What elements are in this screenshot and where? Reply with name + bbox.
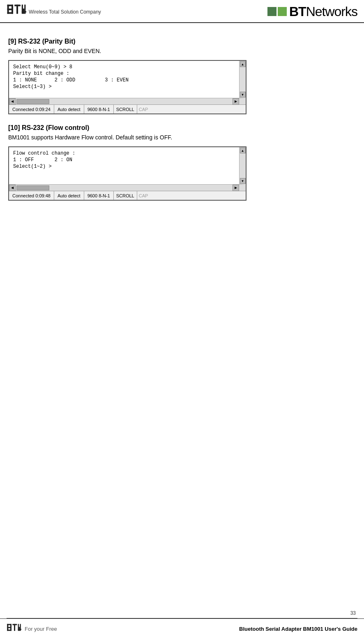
terminal1-line2: Parity bit change : — [13, 71, 231, 76]
vscroll-down-btn[interactable]: ▼ — [240, 92, 246, 97]
svg-rect-19 — [10, 624, 12, 627]
footer-tagline: For your Free — [25, 626, 57, 632]
hscroll2-thumb[interactable] — [16, 185, 49, 190]
section2-description: BM1001 supports Hardware Flow control. D… — [8, 134, 352, 141]
status1-cap: CAP — [137, 105, 150, 113]
btnetworks-logo: BTNetworks — [267, 4, 357, 19]
hscroll2-right-btn[interactable]: ▶ — [233, 185, 239, 191]
status1-baud: 9600 8-N-1 — [84, 105, 114, 113]
footer-title: Bluetooth Serial Adapter BM1001 User's G… — [239, 626, 357, 632]
svg-rect-13 — [267, 7, 276, 16]
hscroll-left-btn[interactable]: ◀ — [9, 98, 16, 105]
status2-cap: CAP — [137, 191, 150, 200]
section-flow-control: [10] RS-232 (Flow control) BM1001 suppor… — [8, 124, 352, 201]
svg-rect-7 — [16, 5, 18, 14]
status2-scroll: SCROLL — [114, 191, 137, 200]
terminal1-content: Select Menu(0~9) > 8 Parity bit change :… — [9, 61, 239, 98]
terminal1-statusbar: Connected 0:09:24 Auto detect 9600 8-N-1… — [9, 104, 246, 113]
terminal1-line4: Select(1~3) > — [13, 84, 231, 90]
page-header: ™ Wireless Total Solution Company BTNetw… — [0, 0, 364, 23]
svg-rect-22 — [14, 624, 15, 631]
section1-heading: [9] RS-232 (Parity Bit) — [8, 38, 352, 45]
section2-heading: [10] RS-232 (Flow control) — [8, 124, 352, 132]
terminal1-line1: Select Menu(0~9) > 8 — [13, 64, 231, 70]
terminal1-vscrollbar[interactable]: ▲ ▼ — [239, 61, 246, 98]
svg-text:™: ™ — [19, 5, 21, 7]
page-footer: ™ For your Free Bluetooth Serial Adapter… — [0, 618, 364, 639]
bt-square-green2 — [278, 7, 287, 16]
terminal2-hscrollbar[interactable]: ◀ ▶ — [9, 184, 246, 191]
terminal2-content: Flow control change : 1 : OFF 2 : ON Sel… — [9, 147, 239, 184]
status2-detect: Auto detect — [54, 191, 84, 200]
status1-detect: Auto detect — [54, 105, 84, 113]
footer-left: ™ For your Free — [7, 623, 57, 635]
bt-squares-icon — [267, 7, 287, 16]
svg-rect-11 — [23, 9, 24, 14]
section1-description: Parity Bit is NONE, ODD and EVEN. — [8, 48, 352, 54]
status1-connected: Connected 0:09:24 — [9, 105, 54, 113]
vscroll-up-btn[interactable]: ▲ — [240, 61, 246, 67]
terminal2-blank — [13, 170, 231, 176]
page-number: 33 — [350, 610, 356, 616]
hscroll-thumb[interactable] — [16, 99, 49, 104]
hscroll2-track — [16, 185, 233, 191]
header-subtitle-block: Wireless Total Solution Company — [29, 8, 101, 15]
terminal2-line3: Select(1~2) > — [13, 164, 231, 169]
company-name: Wireless Total Solution Company — [29, 9, 101, 15]
terminal-parity: Select Menu(0~9) > 8 Parity bit change :… — [8, 60, 247, 114]
terminal1-hscrollbar[interactable]: ◀ ▶ — [9, 98, 246, 104]
bt-square-green1 — [267, 7, 276, 16]
btnetworks-text: BTNetworks — [289, 4, 357, 19]
svg-text:™: ™ — [16, 624, 18, 626]
terminal2-vscrollbar[interactable]: ▲ ▼ — [239, 147, 246, 184]
hscroll2-left-btn[interactable]: ◀ — [9, 185, 16, 191]
status2-connected: Connected 0:09:48 — [9, 191, 54, 200]
main-content: [9] RS-232 (Parity Bit) Parity Bit is NO… — [0, 23, 364, 219]
header-left: ™ Wireless Total Solution Company — [7, 3, 101, 20]
terminal2-statusbar: Connected 0:09:48 Auto detect 9600 8-N-1… — [9, 191, 246, 200]
svg-rect-14 — [278, 7, 287, 16]
svg-rect-4 — [12, 5, 13, 9]
terminal1-line3: 1 : NONE 2 : ODD 3 : EVEN — [13, 77, 231, 83]
terminal2-line1: Flow control change : — [13, 150, 231, 156]
vscroll2-up-btn[interactable]: ▲ — [240, 148, 246, 153]
terminal2-line2: 1 : OFF 2 : ON — [13, 157, 231, 163]
hscroll-right-btn[interactable]: ▶ — [233, 98, 239, 105]
section-parity-bit: [9] RS-232 (Parity Bit) Parity Bit is NO… — [8, 38, 352, 114]
svg-rect-5 — [12, 9, 13, 14]
terminal-flow: Flow control change : 1 : OFF 2 : ON Sel… — [8, 146, 247, 201]
btwin-logo-icon: ™ — [7, 3, 26, 20]
status2-baud: 9600 8-N-1 — [84, 191, 114, 200]
hscroll-track — [16, 99, 233, 104]
status1-scroll: SCROLL — [114, 105, 137, 113]
vscroll2-down-btn[interactable]: ▼ — [240, 178, 246, 184]
footer-btwin-logo: ™ — [7, 623, 21, 635]
svg-rect-26 — [19, 627, 20, 631]
svg-rect-20 — [10, 627, 12, 630]
